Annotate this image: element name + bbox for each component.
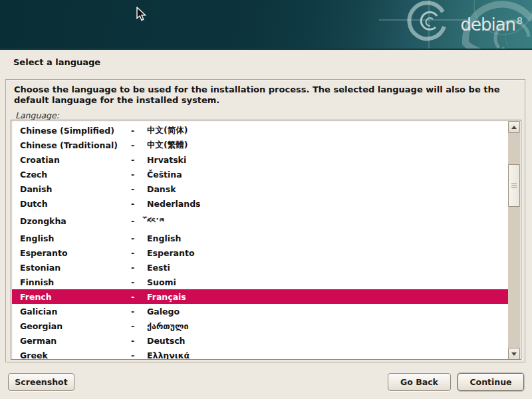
language-native: Nederlands [147,199,508,209]
vertical-scrollbar[interactable] [508,121,520,360]
language-native: Čeština [147,170,508,180]
language-name: Czech [20,170,131,180]
language-native: Français [147,292,508,302]
language-native: Ελληνικά [147,350,508,360]
language-field-label: Language: [15,110,525,120]
language-listbox: Chinese (Simplified) - 中文(简体) Chinese (T… [11,120,521,360]
language-name: Esperanto [20,248,131,258]
dash-separator: - [131,263,147,273]
installer-banner: debian8 [0,0,532,50]
dash-separator: - [131,199,147,209]
dash-separator: - [131,350,147,360]
language-native: English [147,233,508,243]
scrollbar-thumb[interactable] [508,164,520,207]
instruction-text: Choose the language to be used for the i… [14,84,514,106]
dash-separator: - [131,321,147,331]
language-name: German [20,336,131,346]
language-name: English [20,233,131,243]
dash-separator: - [131,277,147,287]
language-name: Danish [20,184,131,194]
brand-name: debian [460,15,515,35]
chevron-down-icon [511,352,517,356]
mouse-cursor [136,7,148,23]
language-native: Esperanto [147,248,508,258]
language-native: Eesti [147,263,508,273]
language-native: Dansk [147,184,508,194]
dash-separator: - [131,307,147,317]
dash-separator: - [131,155,147,165]
language-name: Estonian [20,263,131,273]
language-name: Georgian [20,321,131,331]
dash-separator: - [131,140,147,150]
language-row[interactable]: English - English [12,231,508,245]
language-row[interactable]: Galician - Galego [12,304,508,319]
dash-separator: - [131,248,147,258]
scroll-down-button[interactable] [508,348,520,360]
language-name: Dzongkha [20,216,131,226]
language-row[interactable]: Georgian - ქართული [12,319,508,333]
language-native: ქართული [147,321,508,331]
dash-separator: - [131,233,147,243]
continue-button[interactable]: Continue [458,373,524,391]
page-title: Select a language [13,57,100,67]
language-row[interactable]: Czech - Čeština [12,167,508,182]
main-frame: Choose the language to be used for the i… [5,79,525,362]
language-name: French [20,292,131,302]
language-native: 中文(繁體) [147,140,508,151]
debian-logo-text: debian8 [460,15,523,35]
language-native: Hrvatski [147,155,508,165]
language-row[interactable]: Greek - Ελληνικά [12,348,508,360]
dash-separator: - [131,336,147,346]
go-back-button[interactable]: Go Back [388,373,451,391]
language-native: 中文(简体) [147,125,508,136]
dash-separator: - [131,216,147,226]
language-row[interactable]: Danish - Dansk [12,182,508,196]
language-native: ཛོང་ཁ [147,216,508,226]
language-row[interactable]: Esperanto - Esperanto [12,245,508,260]
debian-swirl-graphic [0,0,532,50]
language-name: Chinese (Simplified) [20,126,131,136]
dash-separator: - [131,126,147,136]
language-row[interactable]: French - Français [12,289,508,304]
language-native: Suomi [147,277,508,287]
language-list: Chinese (Simplified) - 中文(简体) Chinese (T… [12,121,508,360]
language-row[interactable]: Dutch - Nederlands [12,196,508,211]
dash-separator: - [131,170,147,180]
chevron-up-icon [511,126,517,129]
screenshot-button[interactable]: Screenshot [8,373,74,391]
language-row[interactable]: Estonian - Eesti [12,260,508,275]
dash-separator: - [131,184,147,194]
language-native: Deutsch [147,336,508,346]
language-name: Chinese (Traditional) [20,140,131,150]
language-name: Dutch [20,199,131,209]
dash-separator: - [131,292,147,302]
language-row[interactable]: German - Deutsch [12,333,508,348]
language-name: Finnish [20,277,131,287]
language-native: Galego [147,307,508,317]
language-row[interactable]: Croatian - Hrvatski [12,152,508,167]
language-name: Galician [20,307,131,317]
language-row[interactable]: Chinese (Traditional) - 中文(繁體) [12,138,508,152]
language-name: Croatian [20,155,131,165]
scroll-up-button[interactable] [508,121,520,133]
language-row[interactable]: Finnish - Suomi [12,275,508,289]
brand-version: 8 [517,15,523,26]
language-name: Greek [20,350,131,360]
language-row[interactable]: Dzongkha - ཛོང་ཁ [12,211,508,231]
language-row[interactable]: Chinese (Simplified) - 中文(简体) [12,123,508,138]
